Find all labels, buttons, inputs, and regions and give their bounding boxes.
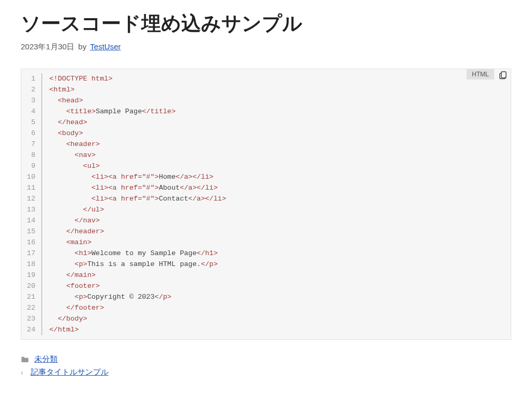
code-line: 17 <h1>Welcome to my Sample Page</h1> [21, 248, 511, 259]
line-number: 19 [21, 270, 42, 281]
line-content: <main> [42, 237, 511, 248]
line-number: 23 [21, 313, 42, 324]
category-row: 未分類 [21, 354, 511, 364]
code-line: 18 <p>This is a sample HTML page.</p> [21, 259, 511, 270]
line-content: <nav> [42, 150, 511, 161]
prev-post-link[interactable]: 記事タイトルサンプル [31, 367, 109, 377]
line-content: <p>This is a sample HTML page.</p> [42, 259, 511, 270]
code-line: 12 <li><a href="#">Contact</a></li> [21, 193, 511, 204]
prev-post-row: ‹ 記事タイトルサンプル [21, 367, 511, 377]
line-content: <li><a href="#">Contact</a></li> [42, 193, 511, 204]
folder-icon [21, 356, 29, 363]
code-line: 11 <li><a href="#">About</a></li> [21, 182, 511, 193]
code-line: 22 </footer> [21, 302, 511, 313]
line-number: 17 [21, 248, 42, 259]
post-meta: 2023年1月30日 by TestUser [21, 42, 511, 52]
chevron-left-icon: ‹ [21, 368, 23, 377]
copy-button[interactable] [498, 70, 509, 81]
line-number: 22 [21, 302, 42, 313]
line-number: 4 [21, 106, 42, 117]
line-content: <li><a href="#">Home</a></li> [42, 171, 511, 182]
line-content: </html> [42, 324, 511, 335]
code-line: 4 <title>Sample Page</title> [21, 106, 511, 117]
code-line: 1<!DOCTYPE html> [21, 73, 511, 84]
code-line: 24</html> [21, 324, 511, 335]
code-line: 7 <header> [21, 139, 511, 150]
line-number: 1 [21, 73, 42, 84]
code-line: 9 <ul> [21, 161, 511, 171]
line-content: <head> [42, 95, 511, 106]
line-number: 18 [21, 259, 42, 270]
line-content: <title>Sample Page</title> [42, 106, 511, 117]
code-line: 19 </main> [21, 270, 511, 281]
line-content: <html> [42, 84, 511, 95]
line-content: </nav> [42, 215, 511, 226]
line-number: 20 [21, 281, 42, 291]
line-number: 5 [21, 117, 42, 128]
code-line: 8 <nav> [21, 150, 511, 161]
code-line: 6 <body> [21, 128, 511, 139]
line-content: </body> [42, 313, 511, 324]
line-content: <p>Copyright © 2023</p> [42, 291, 511, 302]
line-number: 8 [21, 150, 42, 161]
code-line: 10 <li><a href="#">Home</a></li> [21, 171, 511, 182]
line-content: <header> [42, 139, 511, 150]
line-number: 15 [21, 226, 42, 237]
page-title: ソースコード埋め込みサンプル [21, 10, 511, 37]
line-number: 11 [21, 182, 42, 193]
author-link[interactable]: TestUser [90, 42, 121, 51]
line-content: <ul> [42, 161, 511, 171]
line-content: <h1>Welcome to my Sample Page</h1> [42, 248, 511, 259]
line-content: </footer> [42, 302, 511, 313]
code-line: 20 <footer> [21, 281, 511, 291]
code-language-label: HTML [467, 69, 494, 79]
line-number: 13 [21, 204, 42, 215]
code-line: 3 <head> [21, 95, 511, 106]
post-date: 2023年1月30日 [21, 42, 74, 51]
line-content: <body> [42, 128, 511, 139]
svg-rect-0 [501, 72, 506, 78]
line-content: <li><a href="#">About</a></li> [42, 182, 511, 193]
line-number: 24 [21, 324, 42, 335]
line-number: 2 [21, 84, 42, 95]
line-number: 12 [21, 193, 42, 204]
code-line: 21 <p>Copyright © 2023</p> [21, 291, 511, 302]
line-content: </ul> [42, 204, 511, 215]
line-content: </main> [42, 270, 511, 281]
line-number: 16 [21, 237, 42, 248]
code-line: 16 <main> [21, 237, 511, 248]
code-line: 23 </body> [21, 313, 511, 324]
line-number: 10 [21, 171, 42, 182]
line-number: 9 [21, 161, 42, 171]
code-line: 14 </nav> [21, 215, 511, 226]
line-number: 21 [21, 291, 42, 302]
by-label: by [78, 42, 87, 51]
code-block: HTML 1<!DOCTYPE html>2<html>3 <head>4 <t… [21, 69, 511, 340]
line-number: 6 [21, 128, 42, 139]
line-number: 7 [21, 139, 42, 150]
category-link[interactable]: 未分類 [34, 354, 58, 364]
code-table: 1<!DOCTYPE html>2<html>3 <head>4 <title>… [21, 73, 511, 335]
clipboard-icon [498, 72, 508, 81]
line-content: </head> [42, 117, 511, 128]
code-line: 15 </header> [21, 226, 511, 237]
code-line: 13 </ul> [21, 204, 511, 215]
line-content: <footer> [42, 281, 511, 291]
code-line: 2<html> [21, 84, 511, 95]
line-content: <!DOCTYPE html> [42, 73, 511, 84]
code-line: 5 </head> [21, 117, 511, 128]
line-number: 14 [21, 215, 42, 226]
post-footer-meta: 未分類 ‹ 記事タイトルサンプル [21, 354, 511, 377]
line-content: </header> [42, 226, 511, 237]
line-number: 3 [21, 95, 42, 106]
